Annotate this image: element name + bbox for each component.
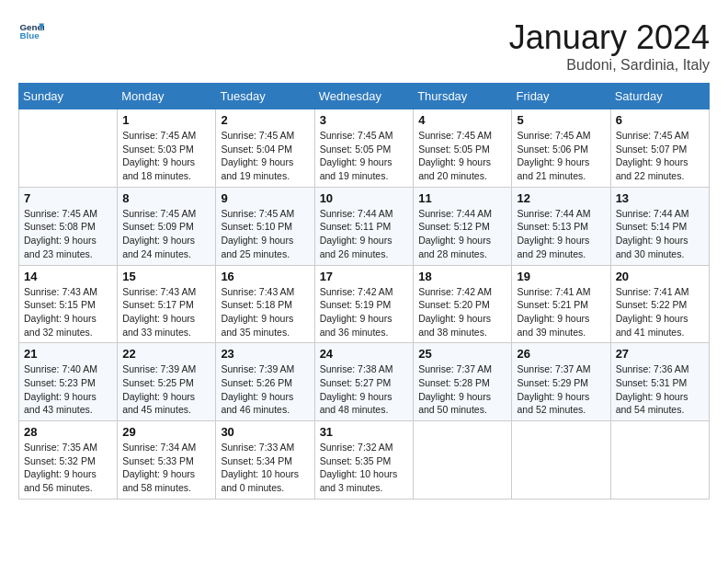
day-info: Sunrise: 7:43 AMSunset: 5:15 PMDaylight:… — [24, 285, 112, 339]
week-row-2: 7Sunrise: 7:45 AMSunset: 5:08 PMDaylight… — [19, 187, 710, 265]
day-number: 25 — [418, 347, 506, 361]
calendar-cell: 24Sunrise: 7:38 AMSunset: 5:27 PMDayligh… — [314, 343, 414, 421]
day-info: Sunrise: 7:37 AMSunset: 5:29 PMDaylight:… — [517, 362, 605, 417]
day-info: Sunrise: 7:44 AMSunset: 5:14 PMDaylight:… — [616, 207, 704, 261]
calendar-cell: 26Sunrise: 7:37 AMSunset: 5:29 PMDayligh… — [512, 343, 610, 421]
day-number: 9 — [221, 191, 309, 205]
calendar-cell: 12Sunrise: 7:44 AMSunset: 5:13 PMDayligh… — [512, 187, 610, 265]
col-monday: Monday — [118, 84, 216, 109]
calendar-table: Sunday Monday Tuesday Wednesday Thursday… — [18, 83, 710, 500]
day-number: 5 — [517, 113, 605, 127]
title-area: January 2024 Budoni, Sardinia, Italy — [509, 18, 710, 74]
day-info: Sunrise: 7:45 AMSunset: 5:04 PMDaylight:… — [221, 129, 309, 183]
calendar-cell: 21Sunrise: 7:40 AMSunset: 5:23 PMDayligh… — [19, 343, 118, 421]
calendar-cell: 22Sunrise: 7:39 AMSunset: 5:25 PMDayligh… — [118, 343, 216, 421]
day-number: 28 — [24, 425, 112, 439]
calendar-cell: 20Sunrise: 7:41 AMSunset: 5:22 PMDayligh… — [610, 265, 709, 343]
day-info: Sunrise: 7:38 AMSunset: 5:27 PMDaylight:… — [320, 362, 409, 417]
day-number: 2 — [221, 113, 309, 127]
week-row-5: 28Sunrise: 7:35 AMSunset: 5:32 PMDayligh… — [19, 421, 710, 500]
calendar-cell: 11Sunrise: 7:44 AMSunset: 5:12 PMDayligh… — [414, 187, 512, 265]
day-info: Sunrise: 7:33 AMSunset: 5:34 PMDaylight:… — [221, 441, 309, 495]
col-thursday: Thursday — [414, 84, 512, 109]
day-number: 4 — [418, 113, 506, 127]
calendar-cell — [512, 421, 610, 500]
day-number: 3 — [320, 113, 409, 127]
col-sunday: Sunday — [19, 84, 118, 109]
day-info: Sunrise: 7:45 AMSunset: 5:03 PMDaylight:… — [122, 129, 210, 183]
calendar-cell: 5Sunrise: 7:45 AMSunset: 5:06 PMDaylight… — [512, 109, 610, 188]
day-info: Sunrise: 7:43 AMSunset: 5:17 PMDaylight:… — [122, 285, 210, 339]
calendar-cell: 31Sunrise: 7:32 AMSunset: 5:35 PMDayligh… — [314, 421, 414, 500]
day-info: Sunrise: 7:45 AMSunset: 5:10 PMDaylight:… — [221, 207, 309, 261]
logo: General Blue — [18, 18, 44, 44]
day-info: Sunrise: 7:43 AMSunset: 5:18 PMDaylight:… — [221, 285, 309, 339]
calendar-cell: 28Sunrise: 7:35 AMSunset: 5:32 PMDayligh… — [19, 421, 118, 500]
day-number: 17 — [320, 270, 409, 283]
day-info: Sunrise: 7:36 AMSunset: 5:31 PMDaylight:… — [616, 362, 704, 417]
day-info: Sunrise: 7:35 AMSunset: 5:32 PMDaylight:… — [24, 441, 112, 495]
calendar-cell: 17Sunrise: 7:42 AMSunset: 5:19 PMDayligh… — [314, 265, 414, 343]
calendar-cell: 27Sunrise: 7:36 AMSunset: 5:31 PMDayligh… — [610, 343, 709, 421]
calendar-cell — [414, 421, 512, 500]
day-info: Sunrise: 7:45 AMSunset: 5:05 PMDaylight:… — [418, 129, 506, 183]
day-info: Sunrise: 7:37 AMSunset: 5:28 PMDaylight:… — [418, 362, 506, 417]
week-row-4: 21Sunrise: 7:40 AMSunset: 5:23 PMDayligh… — [19, 343, 710, 421]
day-info: Sunrise: 7:34 AMSunset: 5:33 PMDaylight:… — [122, 441, 210, 495]
calendar-cell: 30Sunrise: 7:33 AMSunset: 5:34 PMDayligh… — [216, 421, 314, 500]
day-info: Sunrise: 7:41 AMSunset: 5:21 PMDaylight:… — [517, 285, 605, 339]
day-number: 13 — [616, 191, 704, 205]
calendar-cell — [610, 421, 709, 500]
col-friday: Friday — [512, 84, 610, 109]
col-tuesday: Tuesday — [216, 84, 314, 109]
day-info: Sunrise: 7:45 AMSunset: 5:05 PMDaylight:… — [320, 129, 409, 183]
header: General Blue January 2024 Budoni, Sardin… — [18, 18, 710, 74]
day-info: Sunrise: 7:39 AMSunset: 5:25 PMDaylight:… — [122, 362, 210, 417]
day-number: 29 — [122, 425, 210, 439]
day-info: Sunrise: 7:45 AMSunset: 5:08 PMDaylight:… — [24, 207, 112, 261]
day-number: 8 — [122, 191, 210, 205]
calendar-cell: 13Sunrise: 7:44 AMSunset: 5:14 PMDayligh… — [610, 187, 709, 265]
calendar-cell: 29Sunrise: 7:34 AMSunset: 5:33 PMDayligh… — [118, 421, 216, 500]
day-info: Sunrise: 7:44 AMSunset: 5:12 PMDaylight:… — [418, 207, 506, 261]
calendar-cell: 4Sunrise: 7:45 AMSunset: 5:05 PMDaylight… — [414, 109, 512, 188]
calendar-cell: 7Sunrise: 7:45 AMSunset: 5:08 PMDaylight… — [19, 187, 118, 265]
day-number: 27 — [616, 347, 704, 361]
day-info: Sunrise: 7:44 AMSunset: 5:11 PMDaylight:… — [320, 207, 409, 261]
col-saturday: Saturday — [610, 84, 709, 109]
col-wednesday: Wednesday — [314, 84, 414, 109]
calendar-cell: 1Sunrise: 7:45 AMSunset: 5:03 PMDaylight… — [118, 109, 216, 188]
day-info: Sunrise: 7:42 AMSunset: 5:20 PMDaylight:… — [418, 285, 506, 339]
day-number: 7 — [24, 191, 112, 205]
logo-icon: General Blue — [18, 18, 44, 44]
day-info: Sunrise: 7:40 AMSunset: 5:23 PMDaylight:… — [24, 362, 112, 417]
day-info: Sunrise: 7:45 AMSunset: 5:06 PMDaylight:… — [517, 129, 605, 183]
week-row-1: 1Sunrise: 7:45 AMSunset: 5:03 PMDaylight… — [19, 109, 710, 188]
day-number: 22 — [122, 347, 210, 361]
day-number: 10 — [320, 191, 409, 205]
calendar-cell: 25Sunrise: 7:37 AMSunset: 5:28 PMDayligh… — [414, 343, 512, 421]
day-info: Sunrise: 7:44 AMSunset: 5:13 PMDaylight:… — [517, 207, 605, 261]
calendar-cell: 15Sunrise: 7:43 AMSunset: 5:17 PMDayligh… — [118, 265, 216, 343]
day-number: 1 — [122, 113, 210, 127]
day-number: 16 — [221, 270, 309, 283]
calendar-cell: 9Sunrise: 7:45 AMSunset: 5:10 PMDaylight… — [216, 187, 314, 265]
day-number: 11 — [418, 191, 506, 205]
day-number: 30 — [221, 425, 309, 439]
header-row: Sunday Monday Tuesday Wednesday Thursday… — [19, 84, 710, 109]
calendar-cell: 18Sunrise: 7:42 AMSunset: 5:20 PMDayligh… — [414, 265, 512, 343]
day-info: Sunrise: 7:32 AMSunset: 5:35 PMDaylight:… — [320, 441, 409, 495]
day-number: 12 — [517, 191, 605, 205]
calendar-cell: 23Sunrise: 7:39 AMSunset: 5:26 PMDayligh… — [216, 343, 314, 421]
day-number: 26 — [517, 347, 605, 361]
calendar-title: January 2024 — [509, 18, 710, 57]
calendar-subtitle: Budoni, Sardinia, Italy — [509, 57, 710, 74]
calendar-cell: 8Sunrise: 7:45 AMSunset: 5:09 PMDaylight… — [118, 187, 216, 265]
day-info: Sunrise: 7:41 AMSunset: 5:22 PMDaylight:… — [616, 285, 704, 339]
calendar-cell: 19Sunrise: 7:41 AMSunset: 5:21 PMDayligh… — [512, 265, 610, 343]
day-number: 18 — [418, 270, 506, 283]
day-number: 15 — [122, 270, 210, 283]
day-info: Sunrise: 7:45 AMSunset: 5:09 PMDaylight:… — [122, 207, 210, 261]
day-number: 19 — [517, 270, 605, 283]
calendar-cell: 16Sunrise: 7:43 AMSunset: 5:18 PMDayligh… — [216, 265, 314, 343]
